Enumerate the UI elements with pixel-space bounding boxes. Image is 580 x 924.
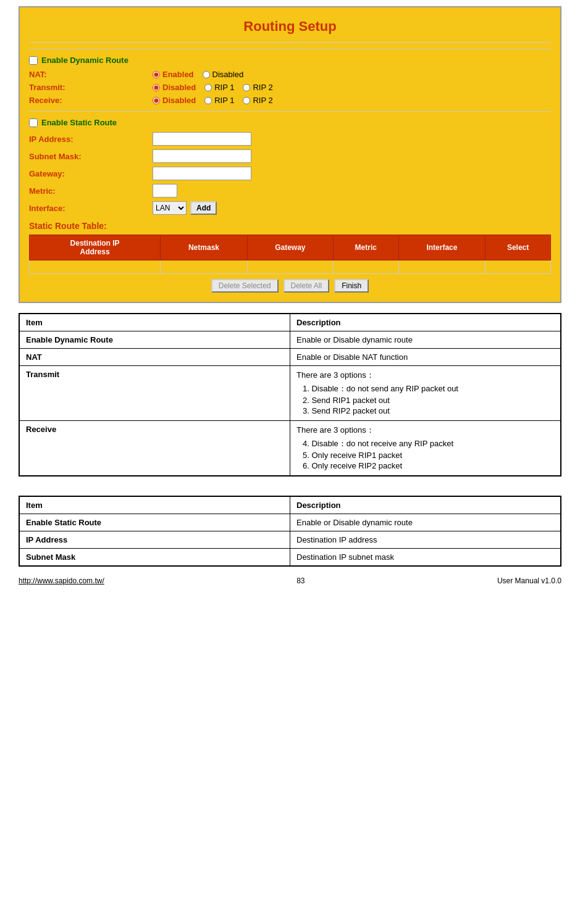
table-cell-netmask <box>161 260 248 274</box>
table-cell-metric <box>333 260 398 274</box>
nat-label: NAT: <box>29 70 153 79</box>
desc-item-label: Subnet Mask <box>20 549 290 566</box>
finish-button[interactable]: Finish <box>334 279 369 293</box>
col-header-select: Select <box>485 235 551 260</box>
table-cell-interface <box>398 260 485 274</box>
receive-disabled-option[interactable]: Disabled <box>153 96 196 105</box>
col-header-netmask: Netmask <box>161 235 248 260</box>
desc-item-label: NAT <box>20 349 290 366</box>
enable-dynamic-route-checkbox[interactable] <box>29 56 38 65</box>
table-cell-dest-ip <box>30 260 161 274</box>
col-header-dest-ip: Destination IPAddress <box>30 235 161 260</box>
ip-address-label: IP Address: <box>29 135 153 144</box>
desc-item-label: IP Address <box>20 531 290 549</box>
desc-table1-header-item: Item <box>20 314 290 331</box>
desc-table-1-wrap: Item Description Enable Dynamic RouteEna… <box>19 313 561 477</box>
desc-table2-header-item: Item <box>20 497 290 514</box>
footer-page-number: 83 <box>296 576 305 585</box>
enable-static-route-label: Enable Static Route <box>41 118 117 127</box>
enable-dynamic-route-row: Enable Dynamic Route <box>29 56 551 65</box>
desc-item-label: Enable Static Route <box>20 514 290 531</box>
subnet-mask-input[interactable] <box>153 149 251 163</box>
interface-controls: LAN Add <box>153 201 217 215</box>
list-item: Enable Static RouteEnable or Disable dyn… <box>20 514 561 531</box>
col-header-interface: Interface <box>398 235 485 260</box>
gateway-input[interactable] <box>153 167 251 180</box>
table-row <box>30 260 551 274</box>
ip-address-input[interactable] <box>153 132 251 146</box>
desc-table2-header-desc: Description <box>290 497 561 514</box>
footer-url[interactable]: http://www.sapido.com.tw/ <box>19 576 104 585</box>
metric-row: Metric: <box>29 184 551 198</box>
footer-manual: User Manual v1.0.0 <box>497 576 561 585</box>
transmit-disabled-option[interactable]: Disabled <box>153 83 196 92</box>
footer-bar: http://www.sapido.com.tw/ 83 User Manual… <box>0 573 580 589</box>
subnet-mask-row: Subnet Mask: <box>29 149 551 163</box>
enable-static-route-checkbox[interactable] <box>29 119 38 127</box>
desc-item-description: There are 3 options：4. Disable：do not re… <box>290 421 561 476</box>
desc-item-description: Enable or Disable NAT function <box>290 349 561 366</box>
interface-label: Interface: <box>29 204 153 213</box>
list-item: IP AddressDestination IP address <box>20 531 561 549</box>
list-item: TransmitThere are 3 options：1. Disable：d… <box>20 366 561 421</box>
transmit-row: Transmit: Disabled RIP 1 RIP 2 <box>29 83 551 92</box>
ip-address-row: IP Address: <box>29 132 551 146</box>
list-item: Subnet MaskDestination IP subnet mask <box>20 549 561 566</box>
receive-rip1-option[interactable]: RIP 1 <box>204 96 234 105</box>
list-item: NATEnable or Disable NAT function <box>20 349 561 366</box>
interface-select[interactable]: LAN <box>153 201 187 215</box>
desc-item-label: Receive <box>20 421 290 476</box>
transmit-label: Transmit: <box>29 83 153 92</box>
desc-table-1: Item Description Enable Dynamic RouteEna… <box>19 314 561 476</box>
table-cell-gateway <box>247 260 333 274</box>
receive-label: Receive: <box>29 96 153 105</box>
desc-item-label: Transmit <box>20 366 290 421</box>
desc-table-2: Item Description Enable Static RouteEnab… <box>19 496 561 566</box>
desc-item-description: Enable or Disable dynamic route <box>290 331 561 349</box>
desc-table-2-wrap: Item Description Enable Static RouteEnab… <box>19 496 561 567</box>
list-item: ReceiveThere are 3 options：4. Disable：do… <box>20 421 561 476</box>
table-buttons: Delete Selected Delete All Finish <box>29 279 551 293</box>
transmit-radio-group: Disabled RIP 1 RIP 2 <box>153 83 273 92</box>
metric-label: Metric: <box>29 186 153 196</box>
enable-dynamic-route-label: Enable Dynamic Route <box>41 56 128 65</box>
static-route-table-title: Static Route Table: <box>29 221 551 231</box>
interface-row: Interface: LAN Add <box>29 201 551 215</box>
delete-selected-button[interactable]: Delete Selected <box>211 279 279 293</box>
static-route-table: Destination IPAddress Netmask Gateway Me… <box>29 235 551 274</box>
receive-radio-group: Disabled RIP 1 RIP 2 <box>153 96 273 105</box>
page-title: Routing Setup <box>29 14 551 43</box>
list-item: Enable Dynamic RouteEnable or Disable dy… <box>20 331 561 349</box>
nat-row: NAT: Enabled Disabled <box>29 70 551 79</box>
metric-input[interactable] <box>153 184 177 198</box>
transmit-rip2-option[interactable]: RIP 2 <box>243 83 272 92</box>
col-header-metric: Metric <box>333 235 398 260</box>
gateway-label: Gateway: <box>29 169 153 178</box>
desc-item-description: There are 3 options：1. Disable：do not se… <box>290 366 561 421</box>
enable-static-route-row: Enable Static Route <box>29 118 551 127</box>
desc-item-description: Destination IP subnet mask <box>290 549 561 566</box>
add-button[interactable]: Add <box>190 201 217 215</box>
col-header-gateway: Gateway <box>247 235 333 260</box>
nat-enabled-option[interactable]: Enabled <box>153 70 194 79</box>
nat-disabled-option[interactable]: Disabled <box>203 70 244 79</box>
desc-table1-header-desc: Description <box>290 314 561 331</box>
routing-panel: Routing Setup Enable Dynamic Route NAT: … <box>19 6 561 303</box>
table-cell-select <box>485 260 551 274</box>
subnet-mask-label: Subnet Mask: <box>29 152 153 161</box>
gateway-row: Gateway: <box>29 167 551 180</box>
desc-item-label: Enable Dynamic Route <box>20 331 290 349</box>
desc-item-description: Enable or Disable dynamic route <box>290 514 561 531</box>
delete-all-button[interactable]: Delete All <box>284 279 330 293</box>
transmit-rip1-option[interactable]: RIP 1 <box>204 83 234 92</box>
nat-radio-group: Enabled Disabled <box>153 70 243 79</box>
desc-item-description: Destination IP address <box>290 531 561 549</box>
receive-row: Receive: Disabled RIP 1 RIP 2 <box>29 96 551 105</box>
receive-rip2-option[interactable]: RIP 2 <box>243 96 272 105</box>
